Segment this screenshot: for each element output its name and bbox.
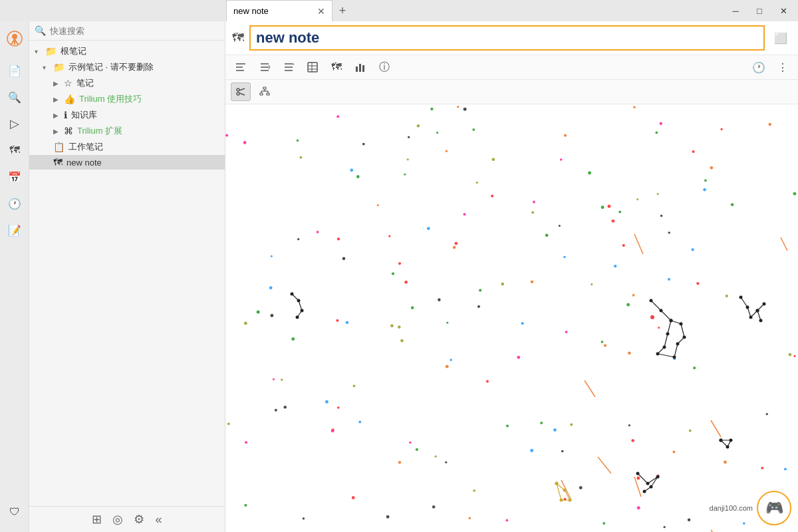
svg-point-14	[237, 92, 239, 95]
tree-bottom: ⊞ ◎ ⚙ «	[29, 506, 225, 532]
send-icon[interactable]: ▷	[3, 112, 27, 136]
tab-label: new note	[233, 6, 312, 16]
collapse-sidebar-icon[interactable]: «	[155, 513, 162, 527]
history-sidebar-icon[interactable]: 🕐	[3, 192, 27, 215]
svg-rect-18	[260, 93, 263, 95]
content-area: 🗺 ⬜ + 🗺 ⓘ 🕐	[225, 21, 798, 532]
svg-point-13	[237, 88, 239, 91]
new-tab-button[interactable]: +	[332, 0, 352, 21]
minimize-button[interactable]: ─	[724, 0, 747, 21]
map-note-icon: 🗺	[53, 157, 63, 168]
table-btn[interactable]	[303, 58, 323, 76]
tree-item-notes[interactable]: ▶ ☆ 笔记	[29, 75, 225, 91]
map-canvas-element	[225, 104, 798, 532]
tree-item-knowledge[interactable]: ▶ ℹ 知识库	[29, 107, 225, 123]
note-toolbar: + 🗺 ⓘ 🕐 ⋮	[225, 55, 798, 80]
main-layout: 📄 🔍 ▷ 🗺 📅 🕐 📝 🛡 🔍 ▾ 📁 根笔记 ▾	[0, 21, 798, 532]
svg-rect-12	[362, 65, 364, 72]
titlebar: new note ✕ + ─ □ ✕	[0, 0, 798, 21]
note-header: 🗺 ⬜	[225, 21, 798, 55]
svg-line-16	[239, 93, 245, 95]
map-sidebar-icon[interactable]: 🗺	[3, 138, 27, 162]
format-btn-2[interactable]	[255, 58, 275, 76]
expand-icon[interactable]: ⬜	[770, 27, 791, 49]
clipboard-icon: 📋	[53, 142, 65, 152]
tab-new-note[interactable]: new note ✕	[226, 0, 332, 21]
logo-icon[interactable]	[3, 27, 27, 51]
root-icon: 📁	[45, 46, 57, 57]
chevron-icon: ▶	[53, 96, 61, 103]
work-label: 工作笔记	[68, 141, 219, 153]
svg-rect-11	[359, 64, 361, 72]
sample-label: 示例笔记 · 请不要删除	[68, 61, 219, 73]
chevron-icon: ▾	[35, 48, 43, 55]
extensions-label: Trilium 扩展	[77, 125, 219, 137]
note-header-right: ⬜	[770, 27, 791, 49]
layers-icon[interactable]: ⊞	[92, 512, 102, 527]
format-btn-1[interactable]	[231, 58, 251, 76]
notes-label: 笔记	[76, 77, 219, 89]
tab-area: new note ✕ +	[0, 0, 724, 21]
chevron-icon: ▶	[53, 128, 61, 135]
svg-line-15	[239, 88, 245, 90]
chevron-icon: ▶	[53, 112, 61, 119]
icon-sidebar: 📄 🔍 ▷ 🗺 📅 🕐 📝 🛡	[0, 21, 29, 532]
root-label: 根笔记	[61, 45, 219, 57]
history-btn[interactable]: 🕐	[749, 58, 769, 76]
svg-rect-19	[267, 93, 269, 95]
folder-icon: 📁	[53, 62, 65, 72]
new-note-tree-label: new note	[66, 158, 219, 168]
scissors-tool-btn[interactable]	[231, 82, 251, 101]
map-btn[interactable]: 🗺	[327, 58, 346, 76]
thumb-icon: 👍	[64, 94, 75, 104]
shield-icon[interactable]: 🛡	[3, 500, 27, 524]
svg-text:+: +	[292, 62, 295, 66]
target-icon[interactable]: ◎	[112, 512, 123, 527]
search-icon: 🔍	[35, 25, 46, 36]
tree-item-root[interactable]: ▾ 📁 根笔记	[29, 43, 225, 59]
window-controls: ─ □ ✕	[724, 0, 798, 21]
svg-point-0	[12, 34, 17, 39]
close-button[interactable]: ✕	[771, 0, 795, 21]
icon-sidebar-bottom: 🛡	[3, 500, 27, 532]
info-btn[interactable]: ⓘ	[374, 58, 394, 76]
star-icon: ☆	[64, 78, 72, 88]
tab-close-icon[interactable]: ✕	[317, 6, 325, 17]
map-canvas[interactable]	[225, 104, 798, 532]
tree-sidebar: 🔍 ▾ 📁 根笔记 ▾ 📁 示例笔记 · 请不要删除 ▶ ☆ 笔记	[29, 21, 225, 532]
tips-label: Trilium 使用技巧	[79, 93, 219, 105]
chart-btn[interactable]	[350, 58, 370, 76]
note-title-input[interactable]	[249, 25, 765, 51]
search-input[interactable]	[50, 26, 219, 36]
svg-rect-6	[308, 63, 317, 72]
more-btn[interactable]: ⋮	[773, 58, 793, 76]
search-sidebar-icon[interactable]: 🔍	[3, 85, 27, 109]
chevron-icon: ▶	[53, 80, 61, 87]
file-icon[interactable]: 📄	[3, 59, 27, 82]
add-note-icon[interactable]: 📝	[3, 218, 27, 242]
calendar-icon[interactable]: 📅	[3, 165, 27, 189]
knowledge-label: 知识库	[71, 109, 219, 121]
cmd-icon: ⌘	[64, 126, 73, 136]
tree-item-tips[interactable]: ▶ 👍 Trilium 使用技巧	[29, 91, 225, 107]
tree-item-work[interactable]: ▶ 📋 工作笔记	[29, 139, 225, 155]
note-type-icon[interactable]: 🗺	[232, 31, 244, 45]
maximize-button[interactable]: □	[747, 0, 771, 21]
tree-item-sample[interactable]: ▾ 📁 示例笔记 · 请不要删除	[29, 59, 225, 75]
settings-icon[interactable]: ⚙	[134, 512, 144, 527]
chevron-icon: ▾	[43, 64, 51, 71]
map-toolbar	[225, 80, 798, 104]
info-icon: ℹ	[64, 110, 67, 120]
tree-item-extensions[interactable]: ▶ ⌘ Trilium 扩展	[29, 123, 225, 139]
svg-rect-17	[263, 87, 266, 89]
tree-item-new-note[interactable]: ▶ 🗺 new note	[29, 155, 225, 170]
svg-rect-10	[356, 66, 358, 72]
tree-content: ▾ 📁 根笔记 ▾ 📁 示例笔记 · 请不要删除 ▶ ☆ 笔记 ▶ 👍 Tril…	[29, 41, 225, 506]
search-bar[interactable]: 🔍	[29, 21, 225, 41]
format-btn-3[interactable]: +	[279, 58, 299, 76]
hierarchy-tool-btn[interactable]	[255, 82, 275, 101]
